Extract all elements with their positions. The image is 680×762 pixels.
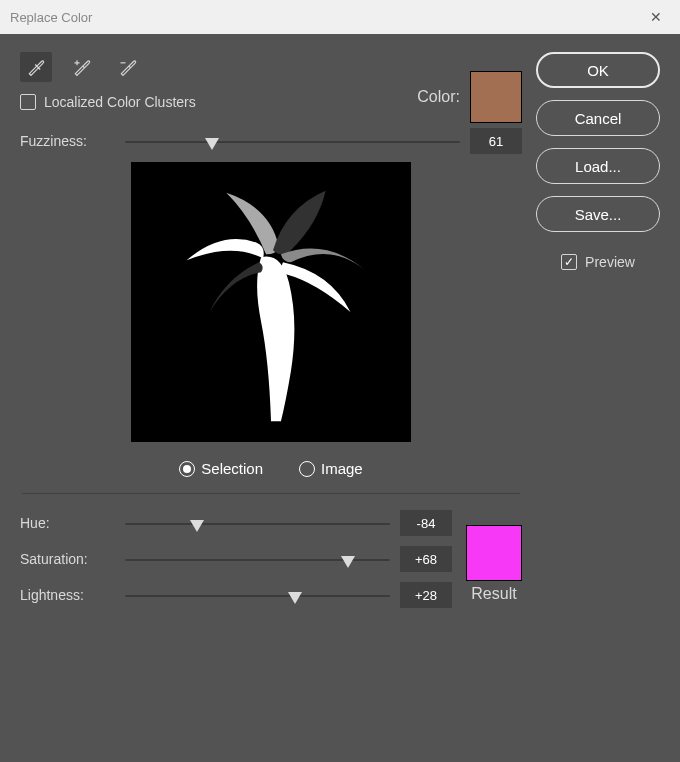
radio-icon	[179, 461, 195, 477]
eyedropper-minus-icon[interactable]	[112, 52, 144, 82]
slider-thumb-icon	[341, 556, 355, 568]
saturation-input[interactable]	[400, 546, 452, 572]
localized-clusters-label: Localized Color Clusters	[44, 94, 196, 110]
fuzziness-slider[interactable]	[125, 132, 460, 150]
preview-checkbox[interactable]: Preview	[536, 254, 660, 270]
color-label: Color:	[417, 88, 460, 106]
selection-preview	[131, 162, 411, 442]
lightness-slider[interactable]	[125, 586, 390, 604]
eyedropper-toolbar	[20, 52, 395, 82]
radio-image[interactable]: Image	[299, 460, 363, 477]
slider-thumb-icon	[205, 138, 219, 150]
checkbox-icon	[20, 94, 36, 110]
source-color-swatch[interactable]	[470, 71, 522, 123]
lightness-label: Lightness:	[20, 587, 115, 603]
eyedropper-plus-icon[interactable]	[66, 52, 98, 82]
localized-clusters-checkbox[interactable]: Localized Color Clusters	[20, 94, 395, 110]
preview-label: Preview	[585, 254, 635, 270]
close-icon[interactable]: ✕	[642, 5, 670, 29]
radio-selection[interactable]: Selection	[179, 460, 263, 477]
window-title: Replace Color	[10, 10, 92, 25]
divider	[22, 493, 520, 494]
checkbox-icon	[561, 254, 577, 270]
hue-label: Hue:	[20, 515, 115, 531]
radio-icon	[299, 461, 315, 477]
display-mode-group: Selection Image	[20, 460, 522, 477]
save-button[interactable]: Save...	[536, 196, 660, 232]
result-label: Result	[471, 585, 516, 603]
ok-button[interactable]: OK	[536, 52, 660, 88]
slider-thumb-icon	[190, 520, 204, 532]
saturation-slider[interactable]	[125, 550, 390, 568]
slider-thumb-icon	[288, 592, 302, 604]
load-button[interactable]: Load...	[536, 148, 660, 184]
hue-input[interactable]	[400, 510, 452, 536]
result-color-swatch[interactable]	[466, 525, 522, 581]
title-bar: Replace Color ✕	[0, 0, 680, 34]
fuzziness-label: Fuzziness:	[20, 133, 115, 149]
lightness-input[interactable]	[400, 582, 452, 608]
eyedropper-icon[interactable]	[20, 52, 52, 82]
hue-slider[interactable]	[125, 514, 390, 532]
saturation-label: Saturation:	[20, 551, 115, 567]
fuzziness-input[interactable]	[470, 128, 522, 154]
cancel-button[interactable]: Cancel	[536, 100, 660, 136]
